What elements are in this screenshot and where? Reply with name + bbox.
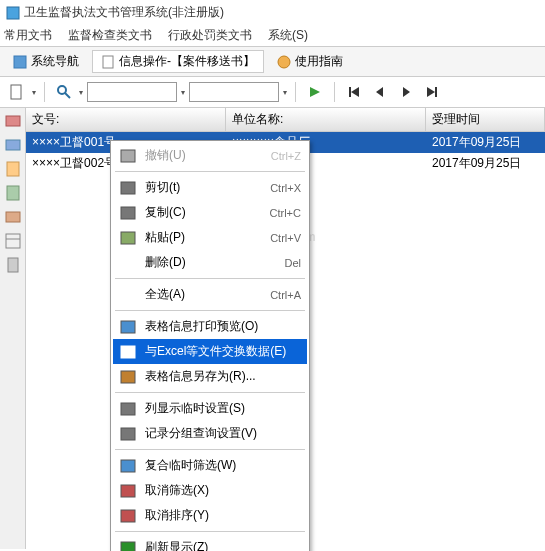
svg-rect-14 — [6, 116, 20, 126]
menu-item[interactable]: 取消排序(Y) — [113, 503, 307, 528]
menu-item-label: 全选(A) — [145, 286, 262, 303]
svg-marker-12 — [427, 87, 435, 97]
menu-common[interactable]: 常用文书 — [4, 27, 52, 44]
menu-separator — [115, 171, 305, 172]
next-button[interactable] — [395, 81, 417, 103]
separator — [44, 82, 45, 102]
svg-rect-18 — [6, 212, 20, 222]
svg-marker-10 — [376, 87, 383, 97]
svg-rect-17 — [7, 186, 19, 200]
svg-rect-28 — [121, 232, 135, 244]
svg-rect-30 — [121, 346, 135, 358]
tab-guide[interactable]: 使用指南 — [268, 50, 352, 73]
menu-item[interactable]: 取消筛选(X) — [113, 478, 307, 503]
side-icon-6[interactable] — [4, 232, 22, 250]
separator — [295, 82, 296, 102]
filter-input[interactable] — [189, 82, 279, 102]
svg-rect-35 — [121, 485, 135, 497]
tab-active-label: 信息操作-【案件移送书】 — [119, 53, 255, 70]
svg-rect-13 — [435, 87, 437, 97]
dropdown-icon[interactable]: ▾ — [181, 88, 185, 97]
new-button[interactable] — [6, 81, 28, 103]
menu-item[interactable]: 复制(C) Ctrl+C — [113, 200, 307, 225]
svg-rect-26 — [121, 182, 135, 194]
side-icon-4[interactable] — [4, 184, 22, 202]
tab-nav-label: 系统导航 — [31, 53, 79, 70]
menu-item[interactable]: 剪切(t) Ctrl+X — [113, 175, 307, 200]
menu-item-label: 与Excel等文件交换数据(E) — [145, 343, 301, 360]
svg-rect-16 — [7, 162, 19, 176]
menu-inspect[interactable]: 监督检查类文书 — [68, 27, 152, 44]
col-docnum[interactable]: 文号: — [26, 108, 226, 131]
prev-button[interactable] — [369, 81, 391, 103]
side-icon-3[interactable] — [4, 160, 22, 178]
menu-separator — [115, 449, 305, 450]
svg-rect-32 — [121, 403, 135, 415]
menu-item[interactable]: 复合临时筛选(W) — [113, 453, 307, 478]
menu-item[interactable]: 列显示临时设置(S) — [113, 396, 307, 421]
dropdown-icon[interactable]: ▾ — [32, 88, 36, 97]
tab-bar: 系统导航 信息操作-【案件移送书】 使用指南 — [0, 46, 545, 77]
cell-date: 2017年09月25日 — [426, 132, 545, 153]
dropdown-icon[interactable]: ▾ — [283, 88, 287, 97]
svg-rect-1 — [14, 56, 26, 68]
side-icon-7[interactable] — [4, 256, 22, 274]
menu-item[interactable]: 记录分组查询设置(V) — [113, 421, 307, 446]
tab-nav[interactable]: 系统导航 — [4, 50, 88, 73]
menu-separator — [115, 310, 305, 311]
svg-rect-25 — [121, 150, 135, 162]
doc-icon — [101, 55, 115, 69]
dropdown-icon[interactable]: ▾ — [79, 88, 83, 97]
svg-rect-2 — [103, 56, 113, 68]
menu-item-label: 列显示临时设置(S) — [145, 400, 301, 417]
menu-bar: 常用文书 监督检查类文书 行政处罚类文书 系统(S) — [0, 25, 545, 46]
app-icon — [6, 6, 20, 20]
svg-rect-31 — [121, 371, 135, 383]
play-button[interactable] — [304, 81, 326, 103]
paste-icon — [119, 230, 137, 246]
menu-item[interactable]: 删除(D) Del — [113, 250, 307, 275]
menu-penalty[interactable]: 行政处罚类文书 — [168, 27, 252, 44]
svg-rect-36 — [121, 510, 135, 522]
menu-separator — [115, 392, 305, 393]
preview-icon — [119, 319, 137, 335]
menu-item[interactable]: 表格信息打印预览(O) — [113, 314, 307, 339]
menu-item-shortcut: Ctrl+X — [270, 182, 301, 194]
group-icon — [119, 426, 137, 442]
col-date[interactable]: 受理时间 — [426, 108, 545, 131]
title-bar: 卫生监督执法文书管理系统(非注册版) — [0, 0, 545, 25]
menu-system[interactable]: 系统(S) — [268, 27, 308, 44]
menu-item[interactable]: 表格信息另存为(R)... — [113, 364, 307, 389]
svg-rect-15 — [6, 140, 20, 150]
tab-active[interactable]: 信息操作-【案件移送书】 — [92, 50, 264, 73]
col-unit[interactable]: 单位名称: — [226, 108, 426, 131]
last-button[interactable] — [421, 81, 443, 103]
menu-item-label: 复制(C) — [145, 204, 262, 221]
side-icon-1[interactable] — [4, 112, 22, 130]
menu-item[interactable]: 与Excel等文件交换数据(E) — [113, 339, 307, 364]
menu-item: 撤销(U) Ctrl+Z — [113, 143, 307, 168]
menu-item[interactable]: 刷新显示(Z) — [113, 535, 307, 551]
menu-item[interactable]: 粘贴(P) Ctrl+V — [113, 225, 307, 250]
copy-icon — [119, 205, 137, 221]
menu-item[interactable]: 全选(A) Ctrl+A — [113, 282, 307, 307]
search-button[interactable] — [53, 81, 75, 103]
context-menu: 撤销(U) Ctrl+Z 剪切(t) Ctrl+X 复制(C) Ctrl+C 粘… — [110, 140, 310, 551]
blank-icon — [119, 287, 137, 303]
side-icon-5[interactable] — [4, 208, 22, 226]
menu-item-label: 表格信息打印预览(O) — [145, 318, 301, 335]
side-icon-2[interactable] — [4, 136, 22, 154]
svg-rect-34 — [121, 460, 135, 472]
search-input[interactable] — [87, 82, 177, 102]
menu-separator — [115, 531, 305, 532]
svg-rect-33 — [121, 428, 135, 440]
svg-rect-19 — [6, 234, 20, 248]
unfilter-icon — [119, 483, 137, 499]
unsort-icon — [119, 508, 137, 524]
first-button[interactable] — [343, 81, 365, 103]
window-title: 卫生监督执法文书管理系统(非注册版) — [24, 4, 224, 21]
svg-rect-0 — [7, 7, 19, 19]
filter-icon — [119, 458, 137, 474]
menu-item-label: 粘贴(P) — [145, 229, 262, 246]
cut-icon — [119, 180, 137, 196]
